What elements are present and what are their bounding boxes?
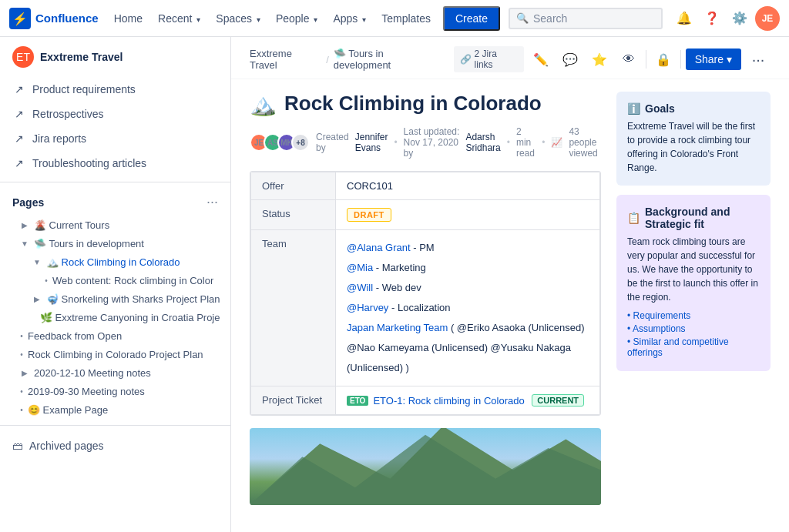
goals-icon: ℹ️ bbox=[627, 102, 640, 115]
nav-home[interactable]: Home bbox=[108, 8, 149, 29]
assumptions-link[interactable]: Assumptions bbox=[627, 323, 760, 334]
sidebar-item-label: Jira reports bbox=[32, 132, 86, 145]
tree-item-meeting-2020[interactable]: ▶ 2020-12-10 Meeting notes bbox=[0, 363, 230, 382]
edit-button[interactable]: ✏️ bbox=[529, 47, 553, 72]
toggle-icon: ▶ bbox=[18, 219, 31, 231]
page-main: 🏔️ Rock Climbing in Colorado JE AS MK +8… bbox=[250, 92, 601, 505]
sidebar-item-retrospectives[interactable]: ↗ Retrospectives bbox=[0, 102, 230, 126]
page-icon: 🏔️ bbox=[250, 92, 277, 117]
breadcrumb-space[interactable]: Exxtreme Travel bbox=[250, 48, 321, 71]
nav-people[interactable]: People ▾ bbox=[270, 8, 324, 29]
nav-apps[interactable]: Apps ▾ bbox=[327, 8, 372, 29]
tree-item-label: Feedback from Open bbox=[28, 330, 122, 342]
toggle-icon: • bbox=[18, 330, 25, 342]
sidebar-header[interactable]: ET Exxtreme Travel bbox=[0, 37, 230, 77]
external-link-icon: ↗ bbox=[12, 156, 26, 170]
action-divider bbox=[646, 50, 646, 69]
tree-item-label: Rock Climbing in Colorado Project Plan bbox=[28, 349, 203, 360]
nav-icon-group: 🔔 ❓ ⚙️ JE bbox=[672, 6, 780, 31]
team-member-2: @Mia - Marketing bbox=[347, 258, 589, 278]
pages-section-header[interactable]: Pages ··· bbox=[0, 189, 230, 216]
tree-item-rock-climbing-plan[interactable]: • Rock Climbing in Colorado Project Plan bbox=[0, 345, 230, 363]
background-panel: 📋 Background and Strategic fit Team rock… bbox=[616, 195, 771, 371]
background-icon: 📋 bbox=[627, 212, 640, 224]
tree-item-feedback[interactable]: • Feedback from Open bbox=[0, 326, 230, 345]
pages-more-icon[interactable]: ··· bbox=[206, 194, 218, 210]
status-badge: DRAFT bbox=[347, 208, 391, 222]
offer-value: CORC101 bbox=[336, 172, 600, 200]
confluence-logo-icon: ⚡ bbox=[9, 8, 31, 29]
action-divider-2 bbox=[680, 50, 681, 69]
team-label: Team bbox=[251, 230, 336, 386]
ticket-value: ETO ETO-1: Rock climbing in Colorado CUR… bbox=[336, 386, 600, 415]
competitive-link[interactable]: Similar and competitive offerings bbox=[627, 336, 760, 358]
tree-item-meeting-2019[interactable]: • 2019-09-30 Meeting notes bbox=[0, 382, 230, 400]
ticket-label: Project Ticket bbox=[251, 386, 336, 415]
search-box[interactable]: 🔍 Search bbox=[509, 8, 663, 29]
top-navigation: ⚡ Confluence Home Recent ▾ Spaces ▾ Peop… bbox=[0, 0, 789, 37]
settings-button[interactable]: ⚙️ bbox=[727, 6, 752, 31]
avatar-more: +8 bbox=[291, 133, 310, 152]
tree-item-web-content[interactable]: • Web content: Rock climbing in Color bbox=[0, 271, 230, 289]
nav-recent[interactable]: Recent ▾ bbox=[152, 8, 206, 29]
sidebar-item-label: Retrospectives bbox=[32, 108, 104, 120]
ticket-id: ETO-1: Rock climbing in Colorado bbox=[373, 395, 524, 407]
more-options-button[interactable]: ··· bbox=[746, 47, 771, 72]
updated-by-author: Adarsh Sridhara bbox=[465, 132, 500, 153]
tree-item-label: 🤿 Snorkeling with Sharks Project Plan bbox=[46, 293, 220, 305]
team-member-4: @Harvey - Localization bbox=[347, 298, 589, 318]
sidebar-item-troubleshooting[interactable]: ↗ Troubleshooting articles bbox=[0, 151, 230, 176]
app-logo[interactable]: ⚡ Confluence bbox=[9, 8, 99, 29]
read-time: 2 min read bbox=[516, 126, 536, 159]
contributor-avatars: JE AS MK +8 bbox=[250, 133, 310, 152]
app-name: Confluence bbox=[35, 12, 99, 25]
info-table: Offer CORC101 Status DRAFT Team bbox=[250, 171, 601, 416]
current-badge: CURRENT bbox=[532, 394, 584, 407]
sidebar: ET Exxtreme Travel ↗ Product requirement… bbox=[0, 37, 231, 532]
tree-item-example-page[interactable]: • 😊 Example Page bbox=[0, 400, 230, 419]
jira-links-badge[interactable]: 🔗 2 Jira links bbox=[454, 46, 524, 72]
sidebar-item-label: Troubleshooting articles bbox=[32, 157, 146, 169]
tree-item-rock-climbing[interactable]: ▼ 🏔️ Rock Climbing in Colorado bbox=[0, 253, 230, 271]
tree-item-canyoning[interactable]: 🌿 Exxtreme Canyoning in Croatia Proje bbox=[0, 308, 230, 326]
background-title: Background and Strategic fit bbox=[645, 206, 760, 230]
sidebar-item-label: Product requirements bbox=[32, 83, 136, 95]
comment-button[interactable]: 💬 bbox=[558, 47, 583, 72]
offer-label: Offer bbox=[251, 172, 336, 200]
japan-team: Japan Marketing Team ( @Eriko Asaoka (Un… bbox=[347, 318, 589, 378]
toggle-icon: ▼ bbox=[31, 256, 43, 268]
archive-icon: 🗃 bbox=[12, 440, 23, 452]
space-logo: ET bbox=[12, 46, 34, 68]
requirements-link[interactable]: Requirements bbox=[627, 310, 760, 321]
watch-button[interactable]: 👁 bbox=[616, 47, 641, 72]
jira-icon: 🔗 bbox=[460, 54, 472, 65]
tree-item-label: Web content: Rock climbing in Color bbox=[52, 275, 213, 286]
help-button[interactable]: ❓ bbox=[700, 6, 724, 31]
nav-spaces[interactable]: Spaces ▾ bbox=[210, 8, 267, 29]
create-button[interactable]: Create bbox=[443, 6, 500, 31]
toggle-icon: ▶ bbox=[18, 366, 31, 379]
notifications-button[interactable]: 🔔 bbox=[672, 6, 697, 31]
ticket-link[interactable]: ETO ETO-1: Rock climbing in Colorado bbox=[347, 395, 525, 407]
space-title: Exxtreme Travel bbox=[40, 51, 123, 63]
main-layout: ET Exxtreme Travel ↗ Product requirement… bbox=[0, 37, 789, 532]
page-meta: JE AS MK +8 Created by Jennifer Evans • … bbox=[250, 126, 601, 159]
share-button[interactable]: Share ▾ bbox=[686, 49, 741, 70]
tree-item-snorkeling[interactable]: ▶ 🤿 Snorkeling with Sharks Project Plan bbox=[0, 289, 230, 308]
star-button[interactable]: ⭐ bbox=[587, 47, 612, 72]
tree-item-label: 🌋 Current Tours bbox=[34, 219, 109, 231]
breadcrumb-parent[interactable]: 🛸 Tours in development bbox=[334, 48, 443, 71]
restrict-button[interactable]: 🔒 bbox=[651, 47, 676, 72]
sidebar-item-product-requirements[interactable]: ↗ Product requirements bbox=[0, 77, 230, 102]
archived-pages-label: Archived pages bbox=[29, 440, 104, 452]
user-avatar[interactable]: JE bbox=[755, 6, 780, 31]
breadcrumb-separator: / bbox=[326, 54, 329, 65]
tree-item-current-tours[interactable]: ▶ 🌋 Current Tours bbox=[0, 216, 230, 234]
tree-item-tours-in-development[interactable]: ▼ 🛸 Tours in development bbox=[0, 234, 230, 253]
page-title-area: 🏔️ Rock Climbing in Colorado bbox=[250, 92, 601, 117]
views-label: 43 people viewed bbox=[569, 126, 601, 159]
nav-templates[interactable]: Templates bbox=[375, 8, 437, 29]
created-by-author: Jennifer Evans bbox=[355, 132, 388, 153]
archived-pages-link[interactable]: 🗃 Archived pages bbox=[0, 432, 230, 460]
sidebar-item-jira-reports[interactable]: ↗ Jira reports bbox=[0, 126, 230, 151]
